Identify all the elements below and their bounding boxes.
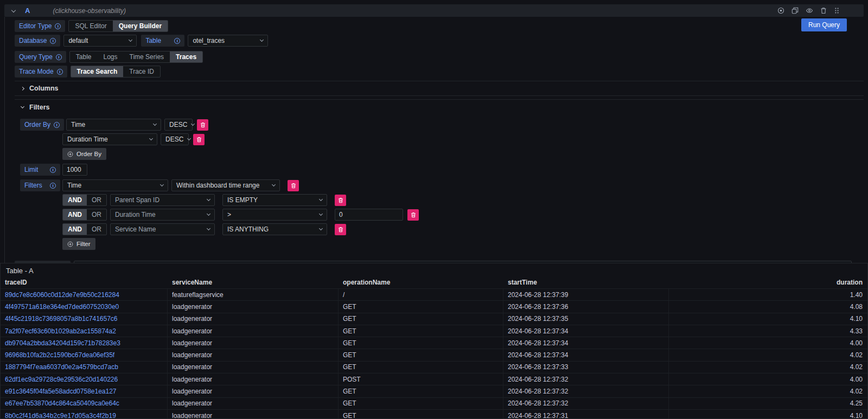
trace-mode-trace-id[interactable]: Trace ID: [123, 66, 160, 77]
column-header-trace-id[interactable]: traceID: [1, 276, 168, 288]
run-query-button[interactable]: Run Query: [801, 18, 847, 31]
database-select[interactable]: default: [63, 35, 137, 47]
trash-icon[interactable]: [820, 7, 827, 14]
chevron-down-icon: [319, 212, 323, 216]
filter-operator-select[interactable]: >: [222, 209, 327, 221]
conjunction-or[interactable]: OR: [87, 209, 106, 220]
limit-input[interactable]: [62, 164, 87, 176]
info-icon: i: [50, 183, 56, 189]
filter-field-select[interactable]: Duration Time: [110, 209, 215, 221]
cell-duration: 4.33: [669, 325, 867, 337]
order-by-direction-select[interactable]: DESC: [164, 119, 193, 131]
cell-duration: 4.02: [669, 362, 867, 373]
filter-operator-select[interactable]: IS EMPTY: [222, 194, 327, 206]
cell-duration: 1.40: [669, 289, 867, 300]
filters-section-toggle[interactable]: Filters: [15, 99, 864, 114]
cell-service-name: loadgenerator: [168, 325, 339, 337]
order-by-field-select[interactable]: Time: [66, 119, 161, 131]
cell-service-name: loadgenerator: [168, 385, 339, 397]
table-row: 7a2f07ecf63c60b1029ab2ac155874a2 loadgen…: [1, 325, 867, 337]
chevron-down-icon[interactable]: [11, 8, 16, 12]
cell-operation-name: GET: [339, 349, 503, 360]
editor-type-sql-editor[interactable]: SQL Editor: [69, 21, 112, 31]
cell-operation-name: GET: [339, 313, 503, 325]
filter-field-select[interactable]: Service Name: [110, 223, 215, 235]
filters-section-content: Order Byi Time DESC Duration Time DES: [15, 114, 864, 255]
remove-filter-button[interactable]: [288, 180, 299, 191]
query-type-table[interactable]: Table: [70, 51, 98, 62]
chevron-down-icon: [160, 183, 164, 186]
cell-service-name: featureflagservice: [168, 289, 339, 300]
trace-id-link[interactable]: 62df1ec9a29728c9e29536c20d140226: [5, 376, 118, 383]
trace-id-link[interactable]: 8b0c2f41d6a34b2c9e17d05a3c4f2b19: [5, 412, 116, 419]
chevron-down-icon: [207, 197, 210, 201]
conjunction-and[interactable]: AND: [63, 209, 87, 220]
query-row-header[interactable]: A (clickhouse-observability): [4, 4, 864, 17]
duplicate-icon[interactable]: [792, 7, 799, 14]
trace-mode-trace-search[interactable]: Trace Search: [71, 66, 124, 77]
conjunction-and[interactable]: AND: [63, 224, 87, 235]
trace-id-link[interactable]: 7a2f07ecf63c60b1029ab2ac155874a2: [5, 327, 116, 335]
filter-operator-select[interactable]: Within dashboard time range: [171, 179, 280, 191]
conjunction-and[interactable]: AND: [63, 195, 87, 205]
record-icon[interactable]: [777, 7, 784, 14]
info-icon: i: [50, 167, 56, 173]
add-filter-button[interactable]: Filter: [62, 238, 95, 250]
order-by-field-select[interactable]: Duration Time: [62, 133, 157, 145]
trace-mode-toggle: Trace Search Trace ID: [71, 66, 161, 78]
cell-service-name: loadgenerator: [168, 373, 339, 385]
chevron-down-icon: [319, 227, 323, 230]
eye-icon[interactable]: [806, 7, 813, 14]
cell-operation-name: GET: [339, 362, 503, 373]
drag-handle-icon[interactable]: [834, 7, 840, 14]
cell-start-time: 2024-06-28 12:37:33: [503, 362, 669, 373]
column-header-duration[interactable]: duration: [669, 276, 867, 288]
remove-filter-button[interactable]: [335, 224, 346, 235]
chevron-down-icon: [21, 104, 24, 108]
table-row: db9704a2bbda34204d159c71b78283e3 loadgen…: [1, 337, 867, 349]
table-row: 4f45c21918c73698057a8b1c741657c6 loadgen…: [1, 313, 867, 325]
query-type-logs[interactable]: Logs: [98, 51, 124, 62]
trace-id-link[interactable]: e91c3645f04fa5e58adcd0758e1ea127: [5, 388, 117, 395]
editor-type-toggle: SQL Editor Query Builder: [68, 20, 168, 32]
column-header-operation-name[interactable]: operationName: [339, 276, 503, 288]
trace-id-link[interactable]: 4f45c21918c73698057a8b1c741657c6: [5, 315, 118, 323]
trace-id-link[interactable]: e67ee7b53870d4c864ca50409ca0e64c: [5, 399, 119, 407]
trace-id-link[interactable]: 1887794f7eaa6037d0e2a4579bcd7acb: [5, 363, 118, 371]
column-header-start-time[interactable]: startTime: [503, 276, 669, 288]
conjunction-or[interactable]: OR: [87, 195, 106, 205]
cell-start-time: 2024-06-28 12:37:39: [503, 289, 669, 300]
chevron-down-icon: [272, 183, 276, 186]
table-panel: Table - A traceID serviceName operationN…: [0, 263, 868, 419]
trace-id-link[interactable]: db9704a2bbda34204d159c71b78283e3: [5, 339, 120, 347]
info-icon: i: [55, 23, 61, 29]
info-icon: i: [56, 54, 62, 60]
query-type-traces[interactable]: Traces: [170, 51, 202, 62]
conjunction-toggle: AND OR: [62, 209, 107, 221]
query-type-time-series[interactable]: Time Series: [124, 51, 170, 62]
cell-operation-name: GET: [339, 301, 503, 312]
chevron-down-icon: [187, 137, 191, 140]
trace-id-link[interactable]: 4f497571a618e364ed7ded60752030e0: [5, 303, 119, 311]
editor-type-query-builder[interactable]: Query Builder: [113, 21, 168, 31]
trace-id-link[interactable]: 89dc7e8c6060c0d12de7e9b50c216284: [5, 291, 119, 299]
filter-value-input[interactable]: [335, 209, 403, 221]
cell-operation-name: GET: [339, 410, 503, 419]
cell-service-name: loadgenerator: [168, 410, 339, 419]
cell-service-name: loadgenerator: [168, 349, 339, 360]
column-header-service-name[interactable]: serviceName: [168, 276, 339, 288]
remove-filter-button[interactable]: [335, 195, 346, 206]
remove-filter-button[interactable]: [407, 209, 419, 221]
remove-order-by-button[interactable]: [193, 134, 205, 145]
filter-field-select[interactable]: Time: [62, 179, 168, 191]
trace-id-link[interactable]: 96968b10fa2b2c1590bc67dea06ef35f: [5, 351, 114, 359]
filter-field-select[interactable]: Parent Span ID: [110, 194, 215, 206]
order-by-direction-select[interactable]: DESC: [161, 133, 189, 145]
table-select[interactable]: otel_traces: [188, 35, 268, 47]
filter-operator-select[interactable]: IS ANYTHING: [222, 223, 327, 235]
editor-type-label: Editor Typei: [15, 20, 65, 32]
remove-order-by-button[interactable]: [197, 119, 208, 131]
conjunction-or[interactable]: OR: [87, 224, 106, 235]
columns-section-toggle[interactable]: Columns: [15, 81, 864, 96]
add-order-by-button[interactable]: Order By: [62, 148, 106, 160]
